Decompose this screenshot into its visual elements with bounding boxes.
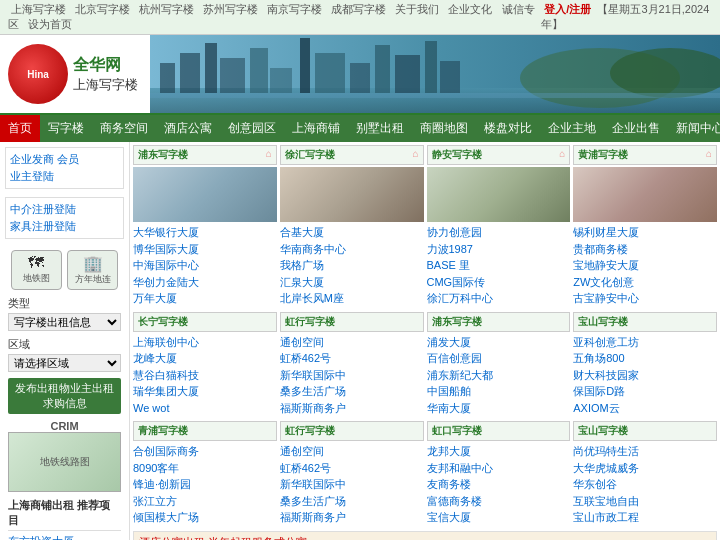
nav-link-chengdu[interactable]: 成都写字楼 [331,3,386,15]
building-link[interactable]: 大华虎城威务 [573,460,717,477]
nav-link-suzhou[interactable]: 苏州写字楼 [203,3,258,15]
nav-villa[interactable]: 别墅出租 [348,115,412,142]
svg-rect-9 [315,53,345,93]
brand-sub: 上海写字楼 [73,76,138,94]
building-link[interactable]: 我格广场 [280,257,424,274]
building-link[interactable]: 锡利财星大厦 [573,224,717,241]
agent-register-link[interactable]: 中介注册登陆 [10,202,76,217]
building-link[interactable]: 中海国际中心 [133,257,277,274]
building-link[interactable]: 贵都商务楼 [573,241,717,258]
area-select[interactable]: 请选择区域 浦东 徐汇 静安 黄浦 [8,354,121,372]
nav-link-hangzhou[interactable]: 杭州写字楼 [139,3,194,15]
nav-link-beijing[interactable]: 北京写字楼 [75,3,130,15]
building-link[interactable]: We wot [133,400,277,417]
building-link[interactable]: 中国船舶 [427,383,571,400]
nav-link-nanjing[interactable]: 南京写字楼 [267,3,322,15]
building-link[interactable]: 保国际D路 [573,383,717,400]
building-link[interactable]: 协力创意园 [427,224,571,241]
building-link[interactable]: AXIOM云 [573,400,717,417]
building-link[interactable]: 龙峰大厦 [133,350,277,367]
nav-link-about[interactable]: 关于我们 [395,3,439,15]
building-link[interactable]: 合创国际商务 [133,443,277,460]
building-link[interactable]: 尚优玛特生活 [573,443,717,460]
sidebar: 企业发商 会员 业主登陆 中介注册登陆 家具注册登陆 🗺 地铁图 🏢 方年地连 … [0,142,130,540]
building-link[interactable]: 财大科技园家 [573,367,717,384]
nav-hotel[interactable]: 酒店公寓 [156,115,220,142]
enterprise-member-link[interactable]: 企业发商 会员 [10,152,79,167]
building-image-jingan [427,167,571,222]
building-link[interactable]: 宝信大厦 [427,509,571,526]
building-link[interactable]: 浦东新纪大都 [427,367,571,384]
building-link[interactable]: 宝山市政工程 [573,509,717,526]
shop-item[interactable]: 东方投资大厦 [8,534,121,540]
building-link[interactable]: 福斯斯商务户 [280,509,424,526]
building-link[interactable]: 慧谷白猫科技 [133,367,277,384]
nav-office[interactable]: 写字楼 [40,115,92,142]
building-link[interactable]: 上海联创中心 [133,334,277,351]
building-link[interactable]: 大华银行大厦 [133,224,277,241]
building-link[interactable]: 徐汇万科中心 [427,290,571,307]
building-link[interactable]: 桑多生活广场 [280,383,424,400]
building-link[interactable]: 宝地静安大厦 [573,257,717,274]
building-link[interactable]: 新华联国际中 [280,367,424,384]
login-link[interactable]: 登入/注册 [544,3,591,15]
building-link[interactable]: 友商务楼 [427,476,571,493]
building-link[interactable]: 龙邦大厦 [427,443,571,460]
building-link[interactable]: 虹桥462号 [280,460,424,477]
promo-link[interactable]: 酒店公寓出租 半年起租服务式公寓 ← [139,536,321,541]
publish-btn[interactable]: 发布出租物业主出租求购信息 [8,378,121,414]
main-nav: 首页 写字楼 商务空间 酒店公寓 创意园区 上海商铺 别墅出租 商圈地图 楼盘对… [0,115,720,142]
nav-link-setdefault[interactable]: 设为首页 [28,18,72,30]
nav-creative[interactable]: 创意园区 [220,115,284,142]
building-link[interactable]: 新华联国际中 [280,476,424,493]
type-select[interactable]: 写字楼出租信息 商务空间出租 酒店公寓出租 [8,313,121,331]
nav-business-space[interactable]: 商务空间 [92,115,156,142]
nav-map[interactable]: 商圈地图 [412,115,476,142]
svg-rect-11 [375,45,390,93]
landlord-login-link[interactable]: 业主登陆 [10,169,54,184]
building-link[interactable]: 华南大厦 [427,400,571,417]
building-link[interactable]: 五角场800 [573,350,717,367]
building-link[interactable]: 通创空间 [280,443,424,460]
building-link[interactable]: 华创力金陆大 [133,274,277,291]
building-link[interactable]: CMG国际传 [427,274,571,291]
building-link[interactable]: 力波1987 [427,241,571,258]
nav-news[interactable]: 新闻中心 [668,115,720,142]
building-link[interactable]: ZW文化创意 [573,274,717,291]
building-link[interactable]: 通创空间 [280,334,424,351]
nav-home[interactable]: 首页 [0,115,40,142]
area-label-pudong: 浦东写字楼 [138,148,188,162]
nav-shop[interactable]: 上海商铺 [284,115,348,142]
building-link[interactable]: 互联宝地自由 [573,493,717,510]
furniture-register-link[interactable]: 家具注册登陆 [10,219,76,234]
building-link[interactable]: 富德商务楼 [427,493,571,510]
nav-enterprise-sale[interactable]: 企业出售 [604,115,668,142]
building-link[interactable]: 百信创意园 [427,350,571,367]
building-link[interactable]: 汇泉大厦 [280,274,424,291]
building-link[interactable]: 锋迪·创新园 [133,476,277,493]
building-link[interactable]: 福斯斯商务户 [280,400,424,417]
building-link[interactable]: 合基大厦 [280,224,424,241]
building-link[interactable]: BASE 里 [427,257,571,274]
building-link[interactable]: 8090客年 [133,460,277,477]
building-link[interactable]: 博华国际大厦 [133,241,277,258]
nav-link-shanghai[interactable]: 上海写字楼 [11,3,66,15]
building-link[interactable]: 万年大厦 [133,290,277,307]
building-link[interactable]: 华东创谷 [573,476,717,493]
nav-enterprise-land[interactable]: 企业主地 [540,115,604,142]
building-link[interactable]: 张江立方 [133,493,277,510]
building-link[interactable]: 古宝静安中心 [573,290,717,307]
building-link[interactable]: 友邦和融中心 [427,460,571,477]
building-link[interactable]: 华南商务中心 [280,241,424,258]
building-link[interactable]: 桑多生活广场 [280,493,424,510]
building-link[interactable]: 虹桥462号 [280,350,424,367]
building-link[interactable]: 北岸长风M座 [280,290,424,307]
building-link[interactable]: 瑞华集团大厦 [133,383,277,400]
badge-company[interactable]: 🏢 方年地连 [67,250,118,290]
building-link[interactable]: 浦发大厦 [427,334,571,351]
nav-link-culture[interactable]: 企业文化 [448,3,492,15]
badge-subway[interactable]: 🗺 地铁图 [11,250,62,290]
building-link[interactable]: 倾国模大广场 [133,509,277,526]
building-link[interactable]: 亚科创意工坊 [573,334,717,351]
nav-compare[interactable]: 楼盘对比 [476,115,540,142]
